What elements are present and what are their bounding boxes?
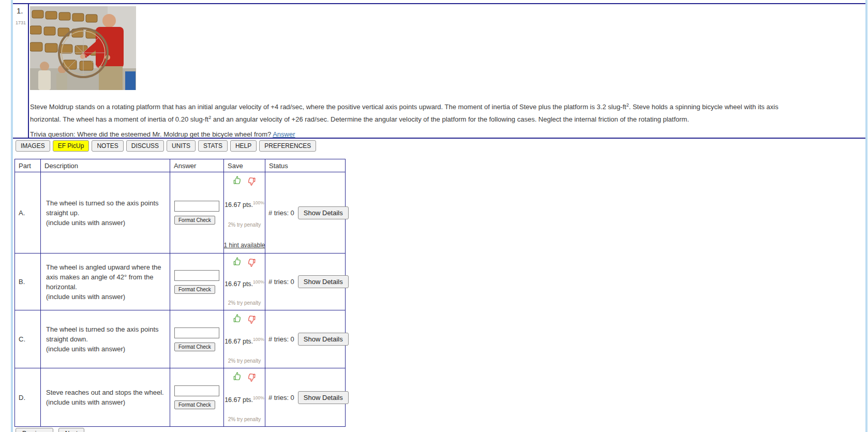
problem-text: Steve Moldrup stands on a rotating platf… — [30, 100, 807, 125]
answer-input[interactable] — [174, 270, 219, 281]
trivia-answer-link[interactable]: Answer — [273, 130, 295, 138]
part-description: The wheel is turned so the axis points s… — [46, 198, 164, 218]
part-units-note: (include units with answer) — [46, 344, 164, 354]
format-check-button[interactable]: Format Check — [174, 400, 215, 409]
thumbs-down-icon[interactable] — [246, 175, 256, 187]
problem-number: 1. — [17, 6, 23, 15]
tab-help[interactable]: HELP — [230, 140, 257, 152]
parts-table-body: A. The wheel is turned so the axis point… — [15, 172, 346, 427]
tries-count: # tries: 0 — [268, 394, 294, 401]
tab-units[interactable]: UNITS — [167, 140, 196, 152]
tab-notes[interactable]: NOTES — [92, 140, 123, 152]
header-save: Save — [224, 159, 265, 172]
parts-table: Part Description Answer Save Status A. T… — [14, 159, 346, 427]
gutter-divider — [28, 4, 29, 138]
table-header-row: Part Description Answer Save Status — [15, 159, 346, 172]
part-units-note: (include units with answer) — [46, 292, 164, 302]
part-description: Steve reaches out and stops the wheel. — [46, 388, 164, 397]
problem-id: 1731 — [16, 20, 26, 25]
show-details-button[interactable]: Show Details — [298, 275, 349, 288]
tab-stats[interactable]: STATS — [198, 140, 228, 152]
show-details-button[interactable]: Show Details — [298, 206, 349, 219]
lecture-hall-photo-graphic — [30, 6, 136, 90]
tries-count: # tries: 0 — [268, 278, 294, 286]
right-frame-edge — [865, 0, 867, 432]
problem-photo — [30, 6, 136, 90]
homework-page: 1. 1731 — [0, 0, 868, 432]
try-penalty-label: 2% try penalty — [228, 416, 261, 422]
part-units-note: (include units with answer) — [46, 218, 164, 228]
tab-preferences[interactable]: PREFERENCES — [259, 140, 316, 152]
save-thumbs — [233, 257, 256, 267]
pager: Previous Next — [16, 428, 84, 432]
header-answer: Answer — [170, 159, 224, 172]
next-button[interactable]: Next — [58, 428, 85, 432]
toolbar: IMAGESEF PicUpNOTESDISCUSSUNITSSTATSHELP… — [16, 140, 316, 152]
table-row: C. The wheel is turned so the axis point… — [15, 310, 346, 368]
points-label: 16.67 pts.100% — [225, 395, 264, 404]
thumbs-up-icon[interactable] — [233, 314, 243, 324]
tab-ef-picup[interactable]: EF PicUp — [53, 140, 89, 152]
part-units-note: (include units with answer) — [46, 397, 164, 407]
table-row: B. The wheel is angled upward where the … — [15, 254, 346, 310]
part-description: The wheel is angled upward where the axi… — [46, 262, 164, 292]
tries-count: # tries: 0 — [268, 209, 294, 217]
tab-discuss[interactable]: DISCUSS — [126, 140, 164, 152]
part-label: A. — [19, 209, 25, 217]
trivia-question: Trivia question: Where did the esteemed … — [30, 130, 273, 138]
part-description: The wheel is turned so the axis points s… — [46, 324, 164, 344]
table-row: D. Steve reaches out and stops the wheel… — [15, 368, 346, 427]
try-penalty-label: 2% try penalty — [228, 358, 261, 364]
answer-input[interactable] — [174, 327, 219, 338]
show-details-button[interactable]: Show Details — [298, 333, 349, 346]
tab-images[interactable]: IMAGES — [16, 140, 50, 152]
save-thumbs — [233, 314, 256, 324]
thumbs-down-icon[interactable] — [246, 314, 256, 325]
points-label: 16.67 pts.100% — [225, 337, 264, 345]
format-check-button[interactable]: Format Check — [174, 216, 215, 225]
thumbs-up-icon[interactable] — [233, 257, 243, 267]
table-row: A. The wheel is turned so the axis point… — [15, 172, 346, 254]
answer-input[interactable] — [174, 201, 219, 212]
points-label: 16.67 pts.100% — [225, 279, 264, 288]
trivia-line: Trivia question: Where did the esteemed … — [30, 130, 295, 138]
thumbs-up-icon[interactable] — [233, 175, 243, 186]
save-thumbs — [233, 175, 256, 186]
header-description: Description — [41, 159, 170, 172]
show-details-button[interactable]: Show Details — [298, 391, 349, 404]
thumbs-up-icon[interactable] — [233, 371, 243, 382]
points-label: 16.67 pts.100% — [225, 200, 264, 208]
part-label: B. — [19, 278, 25, 286]
format-check-button[interactable]: Format Check — [174, 342, 215, 351]
thumbs-down-icon[interactable] — [246, 257, 256, 268]
part-label: D. — [19, 394, 25, 401]
header-status: Status — [265, 159, 346, 172]
try-penalty-label: 2% try penalty — [228, 300, 261, 306]
answer-input[interactable] — [174, 385, 219, 396]
hint-link[interactable]: 1 hint available — [223, 242, 265, 249]
thumbs-down-icon[interactable] — [246, 371, 256, 383]
tries-count: # tries: 0 — [268, 335, 294, 343]
format-check-button[interactable]: Format Check — [174, 285, 215, 294]
problem-box: 1. 1731 — [13, 3, 865, 139]
part-label: C. — [19, 335, 25, 343]
header-part: Part — [15, 159, 41, 172]
previous-button[interactable]: Previous — [16, 428, 53, 432]
save-thumbs — [233, 371, 256, 382]
try-penalty-label: 2% try penalty — [228, 222, 261, 228]
